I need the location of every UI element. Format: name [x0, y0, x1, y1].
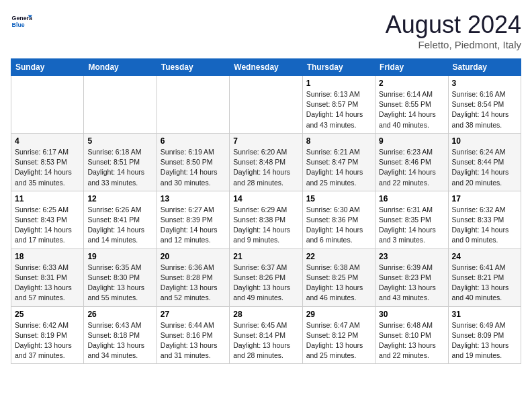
day-number: 27 — [161, 310, 226, 319]
calendar-cell — [84, 76, 157, 134]
day-number: 18 — [15, 252, 80, 261]
day-info: Sunrise: 6:38 AM Sunset: 8:25 PM Dayligh… — [306, 263, 371, 304]
page-header: General Blue August 2024 Feletto, Piedmo… — [11, 11, 521, 50]
day-info: Sunrise: 6:36 AM Sunset: 8:28 PM Dayligh… — [161, 263, 226, 304]
logo: General Blue — [11, 11, 32, 32]
calendar-cell — [230, 76, 302, 134]
calendar-cell: 19Sunrise: 6:35 AM Sunset: 8:30 PM Dayli… — [84, 248, 157, 306]
day-number: 7 — [233, 136, 298, 146]
weekday-header: Saturday — [448, 59, 521, 76]
day-info: Sunrise: 6:44 AM Sunset: 8:16 PM Dayligh… — [161, 320, 226, 361]
day-info: Sunrise: 6:30 AM Sunset: 8:36 PM Dayligh… — [306, 205, 371, 246]
calendar-cell: 18Sunrise: 6:33 AM Sunset: 8:31 PM Dayli… — [11, 248, 84, 306]
day-info: Sunrise: 6:17 AM Sunset: 8:53 PM Dayligh… — [15, 147, 80, 188]
day-number: 15 — [306, 194, 371, 203]
day-number: 2 — [379, 79, 444, 88]
calendar-week-row: 25Sunrise: 6:42 AM Sunset: 8:19 PM Dayli… — [11, 306, 521, 364]
calendar-cell: 28Sunrise: 6:45 AM Sunset: 8:14 PM Dayli… — [230, 306, 302, 364]
logo-icon: General Blue — [11, 11, 32, 32]
day-number: 31 — [452, 310, 517, 319]
day-info: Sunrise: 6:20 AM Sunset: 8:48 PM Dayligh… — [233, 147, 298, 188]
calendar-cell: 16Sunrise: 6:31 AM Sunset: 8:35 PM Dayli… — [375, 191, 448, 248]
day-number: 19 — [87, 252, 152, 261]
day-info: Sunrise: 6:14 AM Sunset: 8:55 PM Dayligh… — [379, 89, 444, 130]
day-number: 24 — [452, 252, 517, 261]
calendar-cell: 8Sunrise: 6:21 AM Sunset: 8:47 PM Daylig… — [302, 133, 375, 191]
calendar-cell: 23Sunrise: 6:39 AM Sunset: 8:23 PM Dayli… — [375, 248, 448, 306]
day-info: Sunrise: 6:39 AM Sunset: 8:23 PM Dayligh… — [379, 263, 444, 304]
calendar-cell: 14Sunrise: 6:29 AM Sunset: 8:38 PM Dayli… — [230, 191, 302, 248]
day-info: Sunrise: 6:48 AM Sunset: 8:10 PM Dayligh… — [379, 320, 444, 361]
day-info: Sunrise: 6:25 AM Sunset: 8:43 PM Dayligh… — [15, 205, 80, 246]
weekday-header: Thursday — [302, 59, 375, 76]
day-info: Sunrise: 6:13 AM Sunset: 8:57 PM Dayligh… — [306, 89, 371, 130]
day-number: 3 — [452, 79, 517, 88]
day-info: Sunrise: 6:27 AM Sunset: 8:39 PM Dayligh… — [161, 205, 226, 246]
calendar-cell: 15Sunrise: 6:30 AM Sunset: 8:36 PM Dayli… — [302, 191, 375, 248]
calendar-cell: 24Sunrise: 6:41 AM Sunset: 8:21 PM Dayli… — [448, 248, 521, 306]
day-info: Sunrise: 6:43 AM Sunset: 8:18 PM Dayligh… — [87, 320, 152, 361]
calendar-cell: 5Sunrise: 6:18 AM Sunset: 8:51 PM Daylig… — [84, 133, 157, 191]
weekday-header: Monday — [84, 59, 157, 76]
calendar-cell: 2Sunrise: 6:14 AM Sunset: 8:55 PM Daylig… — [375, 76, 448, 134]
title-block: August 2024 Feletto, Piedmont, Italy — [386, 11, 521, 50]
calendar-cell: 25Sunrise: 6:42 AM Sunset: 8:19 PM Dayli… — [11, 306, 84, 364]
day-info: Sunrise: 6:49 AM Sunset: 8:09 PM Dayligh… — [452, 320, 517, 361]
calendar-cell: 6Sunrise: 6:19 AM Sunset: 8:50 PM Daylig… — [157, 133, 229, 191]
day-info: Sunrise: 6:37 AM Sunset: 8:26 PM Dayligh… — [233, 263, 298, 304]
day-number: 17 — [452, 194, 517, 203]
month-title: August 2024 — [386, 11, 521, 39]
calendar-cell: 30Sunrise: 6:48 AM Sunset: 8:10 PM Dayli… — [375, 306, 448, 364]
day-number: 13 — [161, 194, 226, 203]
calendar-cell: 29Sunrise: 6:47 AM Sunset: 8:12 PM Dayli… — [302, 306, 375, 364]
day-number: 4 — [15, 136, 80, 146]
day-info: Sunrise: 6:16 AM Sunset: 8:54 PM Dayligh… — [452, 89, 517, 130]
calendar-cell: 11Sunrise: 6:25 AM Sunset: 8:43 PM Dayli… — [11, 191, 84, 248]
calendar-week-row: 4Sunrise: 6:17 AM Sunset: 8:53 PM Daylig… — [11, 133, 521, 191]
day-info: Sunrise: 6:47 AM Sunset: 8:12 PM Dayligh… — [306, 320, 371, 361]
day-number: 26 — [87, 310, 152, 319]
day-number: 1 — [306, 79, 371, 88]
day-info: Sunrise: 6:42 AM Sunset: 8:19 PM Dayligh… — [15, 320, 80, 361]
calendar-cell: 10Sunrise: 6:24 AM Sunset: 8:44 PM Dayli… — [448, 133, 521, 191]
day-info: Sunrise: 6:32 AM Sunset: 8:33 PM Dayligh… — [452, 205, 517, 246]
weekday-header: Friday — [375, 59, 448, 76]
day-info: Sunrise: 6:18 AM Sunset: 8:51 PM Dayligh… — [87, 147, 152, 188]
weekday-header-row: SundayMondayTuesdayWednesdayThursdayFrid… — [11, 59, 521, 76]
calendar-cell: 22Sunrise: 6:38 AM Sunset: 8:25 PM Dayli… — [302, 248, 375, 306]
calendar-cell: 21Sunrise: 6:37 AM Sunset: 8:26 PM Dayli… — [230, 248, 302, 306]
calendar-cell: 4Sunrise: 6:17 AM Sunset: 8:53 PM Daylig… — [11, 133, 84, 191]
calendar-cell: 17Sunrise: 6:32 AM Sunset: 8:33 PM Dayli… — [448, 191, 521, 248]
calendar-cell: 3Sunrise: 6:16 AM Sunset: 8:54 PM Daylig… — [448, 76, 521, 134]
calendar-cell: 9Sunrise: 6:23 AM Sunset: 8:46 PM Daylig… — [375, 133, 448, 191]
day-info: Sunrise: 6:33 AM Sunset: 8:31 PM Dayligh… — [15, 263, 80, 304]
day-number: 23 — [379, 252, 444, 261]
day-info: Sunrise: 6:21 AM Sunset: 8:47 PM Dayligh… — [306, 147, 371, 188]
calendar-week-row: 11Sunrise: 6:25 AM Sunset: 8:43 PM Dayli… — [11, 191, 521, 248]
calendar-cell — [157, 76, 229, 134]
day-info: Sunrise: 6:29 AM Sunset: 8:38 PM Dayligh… — [233, 205, 298, 246]
day-number: 5 — [87, 136, 152, 146]
day-number: 12 — [87, 194, 152, 203]
weekday-header: Wednesday — [230, 59, 302, 76]
day-info: Sunrise: 6:23 AM Sunset: 8:46 PM Dayligh… — [379, 147, 444, 188]
day-number: 14 — [233, 194, 298, 203]
day-number: 28 — [233, 310, 298, 319]
day-number: 8 — [306, 136, 371, 146]
day-number: 21 — [233, 252, 298, 261]
calendar-cell: 7Sunrise: 6:20 AM Sunset: 8:48 PM Daylig… — [230, 133, 302, 191]
day-info: Sunrise: 6:26 AM Sunset: 8:41 PM Dayligh… — [87, 205, 152, 246]
day-number: 11 — [15, 194, 80, 203]
day-info: Sunrise: 6:35 AM Sunset: 8:30 PM Dayligh… — [87, 263, 152, 304]
day-number: 6 — [161, 136, 226, 146]
calendar-week-row: 18Sunrise: 6:33 AM Sunset: 8:31 PM Dayli… — [11, 248, 521, 306]
weekday-header: Tuesday — [157, 59, 229, 76]
day-info: Sunrise: 6:45 AM Sunset: 8:14 PM Dayligh… — [233, 320, 298, 361]
weekday-header: Sunday — [11, 59, 84, 76]
day-number: 10 — [452, 136, 517, 146]
day-info: Sunrise: 6:24 AM Sunset: 8:44 PM Dayligh… — [452, 147, 517, 188]
day-number: 29 — [306, 310, 371, 319]
calendar-cell: 12Sunrise: 6:26 AM Sunset: 8:41 PM Dayli… — [84, 191, 157, 248]
day-info: Sunrise: 6:41 AM Sunset: 8:21 PM Dayligh… — [452, 263, 517, 304]
calendar-cell: 27Sunrise: 6:44 AM Sunset: 8:16 PM Dayli… — [157, 306, 229, 364]
